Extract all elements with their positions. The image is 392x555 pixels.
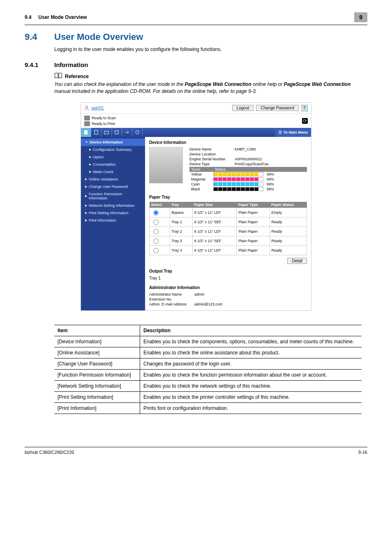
table-row: [Print Information]Prints font or config… xyxy=(54,402,362,414)
table-row: Tray 28 1/2" x 11" LEFPlain PaperReady xyxy=(150,227,307,236)
reference-text: You can also check the explanation of th… xyxy=(54,81,367,95)
page-header: 9.4 User Mode Overview 9 xyxy=(25,12,367,22)
page-footer: bizhub C360/C280/C220 9-16 xyxy=(25,447,367,455)
user-icon xyxy=(84,105,89,111)
book-icon xyxy=(54,72,62,80)
sidebar-item-print-setting[interactable]: ▶Print Setting Information xyxy=(81,209,145,217)
tab-icon-row xyxy=(81,128,143,137)
svg-rect-3 xyxy=(104,131,108,134)
table-row: Bypass8 1/2" x 11" LEFPlain PaperEmpty xyxy=(150,208,307,217)
tab-job-icon[interactable] xyxy=(91,128,101,137)
table-row: [Print Setting Information]Enables you t… xyxy=(54,391,362,402)
sidebar-item-meter-count[interactable]: ▶Meter Count xyxy=(81,168,145,176)
h2-num: 9.4.1 xyxy=(25,61,54,68)
sidebar-item-network-setting[interactable]: ▶Network Setting Information xyxy=(81,202,145,209)
toner-row-magenta: Magenta99% xyxy=(189,177,307,182)
header-section-num: 9.4 xyxy=(25,14,32,20)
header-rule xyxy=(25,25,367,25)
sidebar-item-option[interactable]: ▶Option xyxy=(81,153,145,161)
admin-ext-label: Extension No. xyxy=(149,297,194,301)
tray-radio[interactable] xyxy=(153,210,159,215)
footer-page: 9-16 xyxy=(358,450,367,455)
to-main-menu-button[interactable]: ☰ To Main Menu xyxy=(275,128,311,137)
table-row: Tray 18 1/2" x 11" SEFPlain PaperReady xyxy=(150,217,307,227)
sidebar-item-function-permission[interactable]: ▶Function Permission Information xyxy=(81,190,145,202)
toner-header: TonerStatus xyxy=(189,167,307,172)
device-type-value: Print/Copy/Scan/Fax xyxy=(235,162,269,166)
device-image xyxy=(149,147,183,183)
tab-direct-icon[interactable] xyxy=(122,128,132,137)
th-desc: Description xyxy=(140,325,362,336)
toner-row-cyan: Cyan99% xyxy=(189,182,307,187)
svg-rect-1 xyxy=(84,130,88,135)
paper-tray-title: Paper Tray xyxy=(149,195,307,199)
th-select: Select xyxy=(150,202,170,208)
reference-heading: Reference xyxy=(65,74,89,79)
reference-block: Reference You can also check the explana… xyxy=(54,72,367,95)
sidebar: ▼Device Information ▶Configuration Summa… xyxy=(81,137,145,310)
table-row: [Network Setting Information]Enables you… xyxy=(54,380,362,391)
th-size: Paper Size xyxy=(192,202,237,208)
menu-icon: ☰ xyxy=(279,130,282,134)
serial-value: A0P0010000011 xyxy=(235,157,262,161)
table-row: [Change User Password]Changes the passwo… xyxy=(54,358,362,369)
user-name-link[interactable]: user01 xyxy=(91,106,104,110)
h1-title: User Mode Overview xyxy=(54,32,143,42)
admin-info-title: Administrator Information xyxy=(149,285,307,290)
h1-num: 9.4 xyxy=(25,32,54,42)
device-name-value: KMBT_C360 xyxy=(235,147,256,151)
logout-button[interactable]: Logout xyxy=(232,105,254,111)
table-row: [Device Information]Enables you to check… xyxy=(54,336,362,347)
tab-info-icon[interactable] xyxy=(81,128,91,137)
footer-product: bizhub C360/C280/C220 xyxy=(25,450,74,455)
toner-row-yellow: Yellow99% xyxy=(189,172,307,177)
status-print: Ready to Print xyxy=(92,122,115,126)
serial-label: Engine Serial Number xyxy=(189,157,235,161)
tab-box-icon[interactable] xyxy=(101,128,112,137)
svg-point-4 xyxy=(136,131,139,134)
th-type: Paper Type xyxy=(237,202,270,208)
device-location-label: Device Location xyxy=(189,152,235,156)
tray-radio[interactable] xyxy=(153,220,159,225)
detail-button[interactable]: Detail xyxy=(287,258,307,264)
sidebar-header[interactable]: ▼Device Information xyxy=(81,139,145,146)
description-table: Item Description [Device Information]Ena… xyxy=(54,325,362,414)
device-name-label: Device Name xyxy=(189,147,235,151)
th-tray: Tray xyxy=(170,202,192,208)
admin-email-value: admin@123.com xyxy=(194,302,222,306)
sidebar-item-config-summary[interactable]: ▶Configuration Summary xyxy=(81,146,145,153)
tab-print-icon[interactable] xyxy=(112,128,122,137)
help-icon[interactable]: ? xyxy=(301,105,308,111)
table-row: Tray 48 1/2" x 11" LEFPlain PaperReady xyxy=(150,245,307,255)
th-item: Item xyxy=(54,325,140,336)
table-row: Tray 38 1/2" x 11" SEFPlain PaperReady xyxy=(150,236,307,245)
embedded-screenshot: user01 Logout Change Password ? Ready to… xyxy=(81,102,311,311)
output-tray-title: Output Tray xyxy=(149,269,307,273)
tab-store-icon[interactable] xyxy=(132,128,143,137)
table-row: [Function Permission Information]Enables… xyxy=(54,369,362,380)
h2: 9.4.1 Information xyxy=(25,61,367,68)
h1: 9.4 User Mode Overview xyxy=(25,32,367,42)
output-tray-value: Tray 1 xyxy=(149,276,307,280)
refresh-icon[interactable]: ⟳ xyxy=(302,118,308,124)
svg-rect-2 xyxy=(95,130,98,134)
toner-row-black: Black99% xyxy=(189,187,307,192)
sidebar-item-change-password[interactable]: ▶Change User Password xyxy=(81,183,145,190)
device-type-label: Device Type xyxy=(189,162,235,166)
table-row: [Online Assistance]Enables you to check … xyxy=(54,347,362,358)
paper-tray-table: Select Tray Paper Size Paper Type Paper … xyxy=(149,202,307,255)
header-section-title: User Mode Overview xyxy=(38,14,87,20)
scanner-icon xyxy=(84,116,90,120)
h2-title: Information xyxy=(54,61,88,68)
tray-radio[interactable] xyxy=(153,229,159,234)
tray-radio[interactable] xyxy=(153,238,159,244)
sidebar-item-online-assistance[interactable]: ▶Online Assistance xyxy=(81,176,145,183)
tray-radio[interactable] xyxy=(153,248,159,253)
printer-icon xyxy=(84,121,90,126)
sidebar-item-print-info[interactable]: ▶Print Information xyxy=(81,217,145,224)
status-scan: Ready to Scan xyxy=(92,116,116,120)
admin-name-value: admin xyxy=(194,292,205,296)
change-password-button[interactable]: Change Password xyxy=(256,105,299,111)
admin-email-label: Admin. E-mail Address xyxy=(149,302,194,306)
sidebar-item-consumables[interactable]: ▶Consumables xyxy=(81,161,145,168)
